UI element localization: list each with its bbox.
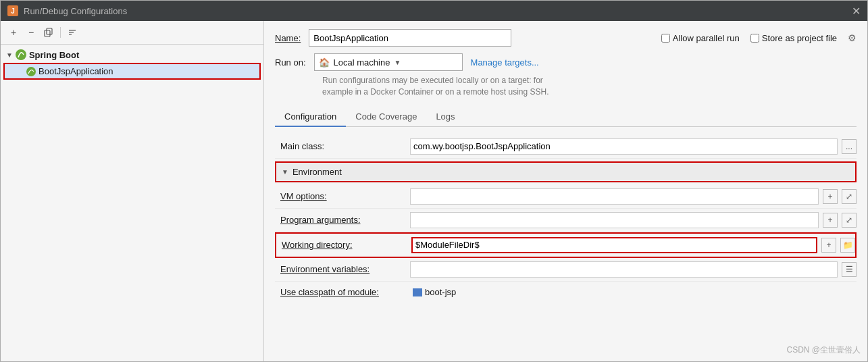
run-on-row: Run on: 🏠 Local machine ▼ Manage targets… xyxy=(275,53,857,71)
remove-button[interactable]: − xyxy=(24,25,39,40)
working-dir-input[interactable] xyxy=(411,237,817,253)
working-dir-add-btn[interactable]: + xyxy=(821,238,836,253)
main-content: + − xyxy=(1,21,867,361)
copy-button[interactable] xyxy=(41,25,56,40)
watermark: CSDN @尘世壹俗人 xyxy=(786,344,861,356)
environment-section-header[interactable]: ▼ Environment xyxy=(275,161,857,182)
program-args-row: Program arguments: + ⤢ xyxy=(275,209,857,232)
environment-label: Environment xyxy=(292,167,342,177)
module-badge[interactable]: boot-jsp xyxy=(410,286,459,298)
main-class-label: Main class: xyxy=(275,141,410,151)
svg-rect-0 xyxy=(45,30,50,36)
tree-area: ▼ Spring Boot BootJspApplication xyxy=(1,45,263,361)
dropdown-arrow-icon: ▼ xyxy=(394,59,401,66)
main-class-row: Main class: ... xyxy=(275,135,857,159)
program-args-input[interactable] xyxy=(410,212,819,228)
tab-configuration[interactable]: Configuration xyxy=(275,107,346,127)
boot-app-icon xyxy=(26,67,36,76)
args-expand-btn[interactable]: ⤢ xyxy=(842,213,857,228)
store-project-checkbox[interactable]: Store as project file xyxy=(750,33,837,43)
settings-gear-icon[interactable]: ⚙ xyxy=(848,32,857,43)
vm-options-label: VM options: xyxy=(275,191,410,201)
sort-button[interactable] xyxy=(65,25,80,40)
allow-parallel-checkbox[interactable]: Allow parallel run xyxy=(661,33,740,43)
left-panel: + − xyxy=(1,21,264,361)
window-title: Run/Debug Configurations xyxy=(24,6,127,16)
local-machine-icon: 🏠 xyxy=(319,57,330,68)
env-vars-input[interactable] xyxy=(410,261,838,278)
module-value: boot-jsp xyxy=(425,287,456,297)
name-input[interactable] xyxy=(309,29,511,47)
run-hint: Run configurations may be executed local… xyxy=(322,75,857,98)
vm-options-row: VM options: + ⤢ xyxy=(275,185,857,209)
main-class-input[interactable] xyxy=(410,138,838,155)
vm-expand-btn[interactable]: ⤢ xyxy=(842,189,857,204)
args-add-btn[interactable]: + xyxy=(823,213,838,228)
working-dir-browse-btn[interactable]: 📁 xyxy=(840,238,855,253)
spring-icon xyxy=(16,49,26,60)
env-vars-input-area: ☰ xyxy=(410,261,857,278)
use-classpath-input-area: boot-jsp xyxy=(410,286,857,298)
title-bar: J Run/Debug Configurations ✕ xyxy=(1,1,867,21)
app-icon: J xyxy=(7,5,18,16)
tab-code-coverage[interactable]: Code Coverage xyxy=(346,107,426,127)
run-on-label: Run on: xyxy=(275,57,306,68)
header-options: Allow parallel run Store as project file… xyxy=(661,32,857,43)
env-vars-row: Environment variables: ☰ xyxy=(275,258,857,282)
vm-options-input[interactable] xyxy=(410,188,819,205)
main-window: J Run/Debug Configurations ✕ + − xyxy=(0,0,868,362)
config-area: Main class: ... ▼ Environment VM options… xyxy=(275,135,857,353)
name-row: Name: xyxy=(275,29,661,47)
store-project-input[interactable] xyxy=(750,34,759,43)
tree-group: ▼ Spring Boot xyxy=(1,47,263,62)
name-label: Name: xyxy=(275,33,301,43)
program-args-label: Program arguments: xyxy=(275,215,410,225)
manage-targets-link[interactable]: Manage targets... xyxy=(471,57,539,68)
right-panel: Name: Allow parallel run Store as projec… xyxy=(264,21,867,361)
expand-triangle-icon: ▼ xyxy=(282,168,288,176)
main-class-browse-btn[interactable]: ... xyxy=(842,139,857,154)
main-class-input-area: ... xyxy=(410,138,857,155)
module-icon xyxy=(413,288,422,296)
working-dir-label: Working directory: xyxy=(276,240,411,250)
env-vars-label: Environment variables: xyxy=(275,264,410,274)
program-args-input-area: + ⤢ xyxy=(410,212,857,228)
env-vars-table-btn[interactable]: ☰ xyxy=(842,262,857,277)
toolbar-separator xyxy=(60,27,61,38)
tree-item-label: BootJspApplication xyxy=(39,66,113,76)
svg-rect-1 xyxy=(47,28,52,34)
tabs-row: Configuration Code Coverage Logs xyxy=(275,107,857,127)
working-dir-input-area: + 📁 xyxy=(411,237,855,253)
working-dir-row: Working directory: + 📁 xyxy=(275,232,857,258)
title-bar-left: J Run/Debug Configurations xyxy=(7,5,127,16)
vm-options-input-area: + ⤢ xyxy=(410,188,857,205)
run-on-value: Local machine xyxy=(334,57,390,68)
add-button[interactable]: + xyxy=(6,25,21,40)
tree-group-label: Spring Boot xyxy=(29,50,79,60)
use-classpath-row: Use classpath of module: boot-jsp xyxy=(275,282,857,303)
toolbar: + − xyxy=(1,21,263,45)
run-on-select[interactable]: 🏠 Local machine ▼ xyxy=(314,53,463,71)
allow-parallel-input[interactable] xyxy=(661,34,670,43)
expand-icon: ▼ xyxy=(6,51,13,59)
header-row: Name: Allow parallel run Store as projec… xyxy=(275,29,857,47)
use-classpath-label: Use classpath of module: xyxy=(275,287,410,297)
tab-logs[interactable]: Logs xyxy=(426,107,464,127)
close-button[interactable]: ✕ xyxy=(852,5,861,18)
vm-add-btn[interactable]: + xyxy=(823,189,838,204)
tree-item-boot-app[interactable]: BootJspApplication xyxy=(3,63,261,80)
